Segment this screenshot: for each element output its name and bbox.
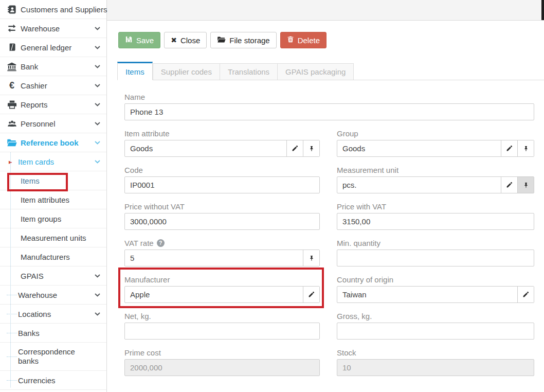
- file-storage-button[interactable]: File storage: [210, 32, 276, 48]
- close-icon: ✖: [171, 37, 177, 44]
- gross-kg-field-group: Gross, kg.: [337, 311, 534, 340]
- chevron-down-icon: [95, 84, 100, 87]
- delete-button-label: Delete: [298, 36, 320, 45]
- sidebar-item-manufacturers[interactable]: Manufacturers: [0, 247, 106, 266]
- sidebar-item-customers-and-suppliers[interactable]: Customers and Suppliers: [0, 0, 106, 19]
- min-quantity-input[interactable]: [337, 250, 534, 266]
- folder-open-icon: [5, 138, 19, 147]
- sidebar-item-warehouse-reference[interactable]: Warehouse: [0, 286, 106, 305]
- measurement-unit-input[interactable]: [337, 177, 501, 193]
- tab-gpais-packaging[interactable]: GPAIS packaging: [278, 63, 354, 80]
- chevron-down-icon: [95, 46, 100, 49]
- sidebar-item-item-attributes[interactable]: Item attributes: [0, 190, 106, 209]
- price-with-vat-label: Price with VAT: [337, 202, 534, 211]
- edit-manufacturer-button[interactable]: [303, 287, 319, 302]
- edit-measurement-unit-button[interactable]: [501, 177, 517, 193]
- sidebar-item-item-cards[interactable]: ▸ Item cards: [0, 152, 106, 171]
- item-form: Name Item attribute Group: [124, 92, 534, 384]
- sidebar-item-label: Item cards: [18, 157, 54, 166]
- top-bar-dark-edge: [541, 0, 544, 20]
- item-attribute-input[interactable]: [125, 140, 286, 156]
- sidebar-item-banks[interactable]: Banks: [0, 324, 106, 343]
- pin-group-button[interactable]: [517, 140, 534, 156]
- sidebar-item-warehouse[interactable]: Warehouse: [0, 19, 106, 38]
- help-icon[interactable]: ?: [157, 239, 165, 247]
- vat-rate-input[interactable]: [125, 250, 303, 266]
- app-window: Customers and Suppliers Warehouse Genera…: [0, 0, 544, 392]
- price-with-vat-field-group: Price with VAT: [337, 202, 534, 230]
- pin-vat-rate-button[interactable]: [303, 250, 319, 266]
- tab-label: Translations: [228, 67, 269, 76]
- measurement-unit-field-group: Measurement unit: [337, 165, 534, 193]
- vat-rate-field-group: VAT rate ?: [124, 238, 320, 266]
- sidebar-item-correspondence-banks[interactable]: Correspondence banks: [0, 343, 106, 371]
- users-icon: [5, 119, 19, 129]
- euro-icon: €: [5, 80, 19, 91]
- code-input[interactable]: [125, 177, 319, 193]
- edit-country-of-origin-button[interactable]: [517, 287, 534, 302]
- manufacturer-input[interactable]: [125, 287, 303, 302]
- chevron-down-icon: [95, 141, 100, 145]
- price-without-vat-input[interactable]: [125, 213, 319, 229]
- tab-label: Supplier codes: [161, 67, 212, 76]
- sidebar-item-label: Manufacturers: [21, 253, 70, 261]
- sidebar-item-reports[interactable]: Reports: [0, 95, 106, 114]
- sidebar-item-general-ledger[interactable]: General ledger: [0, 38, 106, 57]
- item-attribute-label: Item attribute: [124, 129, 320, 138]
- edit-item-attribute-button[interactable]: [286, 140, 303, 156]
- sidebar-item-gpais[interactable]: GPAIS: [0, 266, 106, 286]
- sidebar-item-label: Currencies: [18, 376, 56, 385]
- tab-supplier-codes[interactable]: Supplier codes: [153, 63, 220, 80]
- code-label: Code: [124, 165, 320, 174]
- tab-label: Items: [125, 67, 144, 76]
- sidebar-item-locations[interactable]: Locations: [0, 305, 106, 324]
- sidebar-item-items[interactable]: Items: [0, 171, 106, 190]
- sidebar-item-currencies[interactable]: Currencies: [0, 371, 106, 390]
- delete-button[interactable]: Delete: [280, 32, 327, 48]
- pin-item-attribute-button[interactable]: [303, 140, 319, 156]
- tab-items[interactable]: Items: [117, 62, 153, 80]
- chevron-down-icon: [95, 65, 100, 68]
- save-button[interactable]: Save: [118, 32, 160, 48]
- name-input[interactable]: [125, 104, 534, 120]
- sidebar-item-reference-book[interactable]: Reference book: [0, 133, 106, 152]
- name-field-group: Name: [124, 92, 534, 120]
- manufacturer-label: Manufacturer: [124, 275, 320, 284]
- sidebar-item-item-groups[interactable]: Item groups: [0, 209, 106, 228]
- vat-rate-label: VAT rate: [124, 239, 154, 247]
- manufacturer-field-group: Manufacturer: [124, 275, 320, 303]
- sidebar-item-measurement-units[interactable]: Measurement units: [0, 228, 106, 247]
- stock-label: Stock: [337, 348, 534, 357]
- tab-label: GPAIS packaging: [285, 67, 346, 76]
- chevron-down-icon: [95, 312, 100, 316]
- chevron-down-icon: [95, 122, 100, 126]
- prime-cost-field-group: Prime cost: [124, 348, 320, 376]
- stock-input: [337, 360, 534, 376]
- close-button[interactable]: ✖ Close: [164, 32, 207, 48]
- group-field-group: Group: [337, 129, 534, 157]
- edit-group-button[interactable]: [501, 140, 517, 156]
- sidebar-item-bank[interactable]: Bank: [0, 57, 106, 76]
- prime-cost-input: [125, 360, 319, 376]
- sidebar-item-label: Bank: [21, 62, 38, 71]
- prime-cost-label: Prime cost: [124, 348, 320, 357]
- bank-icon: [5, 62, 19, 72]
- price-with-vat-input[interactable]: [337, 213, 534, 229]
- chevron-down-icon: [95, 274, 100, 278]
- country-of-origin-input[interactable]: [337, 287, 517, 302]
- transfer-arrows-icon: [5, 23, 19, 33]
- stock-field-group: Stock: [337, 348, 534, 376]
- caret-right-icon: ▸: [9, 158, 12, 166]
- toolbar: Save ✖ Close File storage Delete: [118, 32, 544, 48]
- name-label: Name: [124, 92, 534, 101]
- net-kg-input[interactable]: [125, 323, 319, 339]
- price-without-vat-field-group: Price without VAT: [124, 202, 320, 230]
- pin-measurement-unit-button[interactable]: [517, 177, 534, 193]
- sidebar-item-label: Reports: [21, 100, 48, 109]
- sidebar-item-cashier[interactable]: € Cashier: [0, 76, 106, 95]
- tab-translations[interactable]: Translations: [220, 63, 278, 80]
- close-button-label: Close: [180, 36, 200, 45]
- gross-kg-input[interactable]: [337, 323, 534, 339]
- sidebar-item-personnel[interactable]: Personnel: [0, 114, 106, 133]
- group-input[interactable]: [337, 140, 501, 156]
